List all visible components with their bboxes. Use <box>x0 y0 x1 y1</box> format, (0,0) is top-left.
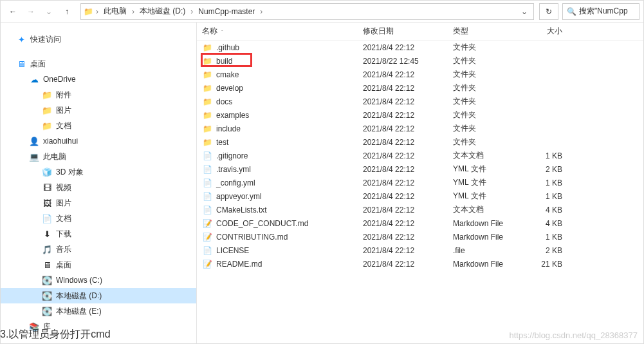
star-icon: ✦ <box>16 34 26 44</box>
file-icon: 📄 <box>202 151 212 161</box>
tree-item[interactable]: 📁附件 <box>1 87 196 102</box>
file-date: 2021/8/4 22:12 <box>363 165 453 174</box>
tree-label: 3D 对象 <box>56 167 84 178</box>
page-caption: 3.以管理员身份打开cmd <box>0 328 111 341</box>
breadcrumb-item[interactable]: NumCpp-master <box>196 4 257 19</box>
tree-this-pc[interactable]: 💻 此电脑 <box>1 149 196 164</box>
file-row[interactable]: 📄LICENSE2021/8/4 22:12.file2 KB <box>197 244 643 257</box>
file-icon: 📄 <box>202 178 212 188</box>
drive-icon: 💽 <box>42 275 52 285</box>
drive-icon: 🎞 <box>42 182 52 193</box>
tree-label: 附件 <box>56 90 71 100</box>
tree-label: 此电脑 <box>43 151 66 162</box>
file-type: .file <box>453 246 524 255</box>
drive-icon: 💽 <box>42 306 52 316</box>
file-date: 2021/8/4 22:12 <box>363 260 453 269</box>
file-name: .gitignore <box>216 151 248 160</box>
nav-tree[interactable]: ✦ 快速访问 🖥 桌面 ☁ OneDrive 📁附件📁图片📁文档 👤 xiaoh… <box>1 23 197 343</box>
tree-item[interactable]: 💽本地磁盘 (D:) <box>1 288 196 303</box>
file-name: .travis.yml <box>216 165 251 174</box>
file-row[interactable]: 📄appveyor.yml2021/8/4 22:12YML 文件1 KB <box>197 189 643 203</box>
tree-item[interactable]: 📁文档 <box>1 118 196 133</box>
file-row[interactable]: 📁docs2021/8/4 22:12文件夹 <box>197 95 643 108</box>
col-name[interactable]: 名称ˆ <box>202 26 363 37</box>
back-button[interactable]: ← <box>5 3 21 20</box>
file-row[interactable]: 📄_config.yml2021/8/4 22:12YML 文件1 KB <box>197 176 643 189</box>
file-type: 文本文档 <box>453 150 524 161</box>
user-icon: 👤 <box>29 136 39 146</box>
breadcrumb-item[interactable]: 本地磁盘 (D:) <box>137 4 188 19</box>
tree-onedrive[interactable]: ☁ OneDrive <box>1 72 196 87</box>
tree-item[interactable]: 🖼图片 <box>1 195 196 211</box>
tree-item[interactable]: 🎞视频 <box>1 180 196 195</box>
breadcrumb-item[interactable]: 此电脑 <box>101 4 129 19</box>
file-name: build <box>216 57 232 66</box>
file-row[interactable]: 📝CONTRIBUTING.md2021/8/4 22:12Markdown F… <box>197 230 643 244</box>
tree-desktop[interactable]: 🖥 桌面 <box>1 56 196 72</box>
tree-label: xiaohuihui <box>43 137 78 146</box>
file-row[interactable]: 📁test2021/8/4 22:12文件夹 <box>197 135 643 149</box>
file-list[interactable]: 名称ˆ 修改日期 类型 大小 📁.github2021/8/4 22:12文件夹… <box>197 23 643 343</box>
tree-label: Windows (C:) <box>56 276 102 285</box>
file-date: 2021/8/4 22:12 <box>363 246 453 255</box>
file-row[interactable]: 📁.github2021/8/4 22:12文件夹 <box>197 41 643 54</box>
recent-dropdown-icon[interactable]: ⌄ <box>41 3 57 20</box>
file-icon: 📝 <box>202 232 212 242</box>
tree-item[interactable]: 📁图片 <box>1 102 196 118</box>
address-dropdown-icon[interactable]: ⌄ <box>518 7 531 16</box>
breadcrumb-sep: › <box>95 7 100 16</box>
tree-item[interactable]: 💽Windows (C:) <box>1 272 196 288</box>
file-type: 文件夹 <box>453 110 524 120</box>
file-row[interactable]: 📁examples2021/8/4 22:12文件夹 <box>197 108 643 122</box>
up-button[interactable]: ↑ <box>59 3 75 20</box>
file-row[interactable]: 📄CMakeLists.txt2021/8/4 22:12文本文档4 KB <box>197 203 643 216</box>
tree-item[interactable]: 🖥桌面 <box>1 257 196 272</box>
main-area: ✦ 快速访问 🖥 桌面 ☁ OneDrive 📁附件📁图片📁文档 👤 xiaoh… <box>1 23 643 343</box>
toolbar: ← → ⌄ ↑ 📁 › 此电脑 › 本地磁盘 (D:) › NumCpp-mas… <box>1 1 643 23</box>
tree-item[interactable]: 💽本地磁盘 (E:) <box>1 303 196 319</box>
tree-item[interactable]: 📄文档 <box>1 211 196 226</box>
col-date[interactable]: 修改日期 <box>363 26 453 37</box>
breadcrumb-sep: › <box>259 7 264 16</box>
file-row[interactable]: 📁cmake2021/8/4 22:12文件夹 <box>197 68 643 81</box>
file-row[interactable]: 📁include2021/8/4 22:12文件夹 <box>197 122 643 135</box>
file-type: 文件夹 <box>453 69 524 80</box>
forward-button[interactable]: → <box>23 3 39 20</box>
file-icon: 📝 <box>202 259 212 269</box>
file-row[interactable]: 📁develop2021/8/4 22:12文件夹 <box>197 81 643 95</box>
col-size[interactable]: 大小 <box>524 26 569 37</box>
refresh-button[interactable]: ↻ <box>539 3 558 20</box>
tree-user[interactable]: 👤 xiaohuihui <box>1 133 196 149</box>
file-row[interactable]: 📝CODE_OF_CONDUCT.md2021/8/4 22:12Markdow… <box>197 216 643 230</box>
file-size: 4 KB <box>524 219 569 228</box>
tree-item[interactable]: ⬇下载 <box>1 226 196 242</box>
file-type: 文件夹 <box>453 82 524 93</box>
file-date: 2021/8/4 22:12 <box>363 178 453 187</box>
file-type: 文件夹 <box>453 137 524 148</box>
address-bar[interactable]: 📁 › 此电脑 › 本地磁盘 (D:) › NumCpp-master › ⌄ <box>80 3 534 20</box>
file-row[interactable]: 📁build2021/8/22 12:45文件夹 <box>197 54 643 68</box>
file-date: 2021/8/4 22:12 <box>363 70 453 79</box>
file-type: YML 文件 <box>453 164 524 175</box>
file-icon: 📁 <box>202 97 212 107</box>
tree-quick-access[interactable]: ✦ 快速访问 <box>1 32 196 47</box>
file-row[interactable]: 📄.gitignore2021/8/4 22:12文本文档1 KB <box>197 149 643 162</box>
drive-icon: 📄 <box>42 213 52 224</box>
tree-label: 文档 <box>56 213 71 224</box>
explorer-window: ← → ⌄ ↑ 📁 › 此电脑 › 本地磁盘 (D:) › NumCpp-mas… <box>0 0 644 344</box>
file-icon: 📁 <box>202 137 212 148</box>
file-name: .github <box>216 43 239 52</box>
file-row[interactable]: 📝README.md2021/8/4 22:12Markdown File21 … <box>197 257 643 271</box>
tree-item[interactable]: 🎵音乐 <box>1 242 196 257</box>
file-type: 文本文档 <box>453 204 524 215</box>
col-type[interactable]: 类型 <box>453 26 524 37</box>
file-row[interactable]: 📄.travis.yml2021/8/4 22:12YML 文件2 KB <box>197 162 643 176</box>
file-date: 2021/8/4 22:12 <box>363 84 453 93</box>
file-icon: 📄 <box>202 164 212 175</box>
search-input[interactable]: 🔍 搜索"NumCpp <box>562 3 639 20</box>
tree-label: 音乐 <box>56 244 71 255</box>
file-type: YML 文件 <box>453 191 524 202</box>
tree-item[interactable]: 🧊3D 对象 <box>1 164 196 180</box>
tree-label: 图片 <box>56 105 71 116</box>
file-icon: 📄 <box>202 205 212 215</box>
